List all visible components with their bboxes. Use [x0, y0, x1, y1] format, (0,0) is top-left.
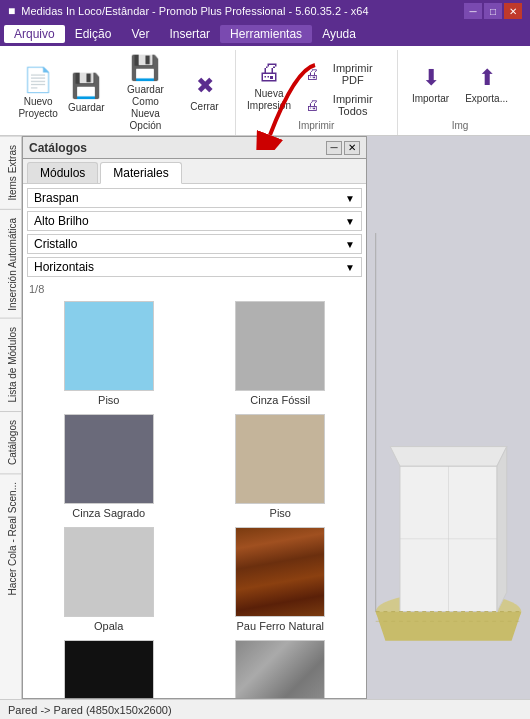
catalog-grid: Piso Cinza Fóssil Cinza Sagrado Piso Opa…: [23, 297, 366, 698]
catalog-title: Catálogos: [29, 141, 326, 155]
title-text: Medidas In Loco/Estândar - Promob Plus P…: [21, 5, 368, 17]
maximize-button[interactable]: □: [484, 3, 502, 19]
minimize-button[interactable]: ─: [464, 3, 482, 19]
dropdown-braspan[interactable]: Braspan ▼: [27, 188, 362, 208]
ribbon-group-imprimir: 🖨 NuevaImpresión 🖨 Imprimir PDF 🖨 Imprim…: [236, 50, 398, 135]
catalog-grid-header: 1/8: [23, 281, 366, 297]
ribbon-group-img: ⬇ Importar ⬆ Exporta... Img: [398, 50, 522, 135]
material-thumb-cinza-fossil: [235, 301, 325, 391]
svg-marker-2: [376, 612, 522, 641]
menu-edicion[interactable]: Edição: [65, 25, 122, 43]
nueva-impresion-button[interactable]: 🖨 NuevaImpresión: [244, 54, 295, 116]
material-thumb-opala: [64, 527, 154, 617]
pagination: 1/8: [29, 283, 44, 295]
material-label-cinza-sagrado: Cinza Sagrado: [72, 507, 145, 519]
tab-modulos[interactable]: Módulos: [27, 162, 98, 183]
catalog-panel: Catálogos ─ ✕ Módulos Materiales Braspan…: [22, 136, 367, 699]
close-button[interactable]: ✕: [504, 3, 522, 19]
sidebar-tab-hacer-cola[interactable]: Hacer Cola - Real Scen...: [0, 473, 21, 603]
svg-marker-4: [390, 447, 506, 466]
status-text: Pared -> Pared (4850x150x2600): [8, 704, 172, 716]
menu-ver[interactable]: Ver: [121, 25, 159, 43]
catalog-header-controls: ─ ✕: [326, 141, 360, 155]
guardar-button[interactable]: 💾 Guardar: [64, 68, 108, 118]
dropdown-cristallo[interactable]: Cristallo ▼: [27, 234, 362, 254]
menu-herramientas[interactable]: Herramientas: [220, 25, 312, 43]
dropdown-alto-brilho-arrow: ▼: [345, 216, 355, 227]
menu-arquivo[interactable]: Arquivo: [4, 25, 65, 43]
ribbon-imprimir-buttons: 🖨 NuevaImpresión 🖨 Imprimir PDF 🖨 Imprim…: [244, 50, 389, 120]
catalog-dropdowns: Braspan ▼ Alto Brilho ▼ Cristallo ▼ Hori…: [23, 184, 366, 281]
status-bar: Pared -> Pared (4850x150x2600): [0, 699, 530, 719]
material-piso-1[interactable]: Piso: [27, 301, 191, 406]
ribbon-group-proyecto: 📄 NuevoProyecto 💾 Guardar 💾 Guardar Como…: [8, 50, 236, 135]
scene-svg: [367, 136, 530, 699]
menu-insertar[interactable]: Insertar: [159, 25, 220, 43]
sidebar-tab-items-extras[interactable]: Items Extras: [0, 136, 21, 209]
imprimir-todos-button[interactable]: 🖨 Imprimir Todos: [299, 91, 389, 119]
material-thumb-van-gogh: [64, 640, 154, 698]
material-thumb-piso-2: [235, 414, 325, 504]
save-icon: 💾: [71, 72, 101, 100]
menu-ayuda[interactable]: Ayuda: [312, 25, 366, 43]
view-3d: [367, 136, 530, 699]
save-as-icon: 💾: [130, 54, 160, 82]
guardar-como-button[interactable]: 💾 Guardar ComoNueva Opción: [112, 50, 178, 136]
material-label-pau-ferro: Pau Ferro Natural: [237, 620, 324, 632]
imprimir-label: Imprimir: [298, 120, 334, 135]
material-thumb-cinza-sagrado: [64, 414, 154, 504]
exportar-button[interactable]: ⬆ Exporta...: [459, 61, 514, 109]
dropdown-horizontais[interactable]: Horizontais ▼: [27, 257, 362, 277]
material-van-gogh[interactable]: Van Gogh - Laterraza del Café en...: [27, 640, 191, 698]
menu-bar: Arquivo Edição Ver Insertar Herramientas…: [0, 22, 530, 46]
material-titanio[interactable]: Titânio: [199, 640, 363, 698]
dropdown-alto-brilho[interactable]: Alto Brilho ▼: [27, 211, 362, 231]
cerrar-button[interactable]: ✖ Cerrar: [183, 69, 227, 117]
new-project-icon: 📄: [23, 66, 53, 94]
print-main-icon: 🖨: [257, 58, 281, 86]
material-opala[interactable]: Opala: [27, 527, 191, 632]
catalog-header: Catálogos ─ ✕: [23, 137, 366, 159]
catalog-minimize-button[interactable]: ─: [326, 141, 342, 155]
sidebar-tab-lista-modulos[interactable]: Lista de Módulos: [0, 318, 21, 411]
tab-materiales[interactable]: Materiales: [100, 162, 181, 184]
dropdown-cristallo-arrow: ▼: [345, 239, 355, 250]
material-piso-2[interactable]: Piso: [199, 414, 363, 519]
title-bar-controls: ─ □ ✕: [464, 3, 522, 19]
material-thumb-pau-ferro: [235, 527, 325, 617]
material-cinza-fossil[interactable]: Cinza Fóssil: [199, 301, 363, 406]
ribbon-img-buttons: ⬇ Importar ⬆ Exporta...: [406, 50, 514, 120]
ribbon: 📄 NuevoProyecto 💾 Guardar 💾 Guardar Como…: [0, 46, 530, 136]
material-label-piso-2: Piso: [270, 507, 291, 519]
dropdown-braspan-arrow: ▼: [345, 193, 355, 204]
dropdown-horizontais-arrow: ▼: [345, 262, 355, 273]
imprimir-pdf-button[interactable]: 🖨 Imprimir PDF: [299, 60, 389, 88]
catalog-close-button[interactable]: ✕: [344, 141, 360, 155]
material-label-piso-1: Piso: [98, 394, 119, 406]
print-small-group: 🖨 Imprimir PDF 🖨 Imprimir Todos: [299, 54, 389, 119]
ribbon-proyecto-buttons: 📄 NuevoProyecto 💾 Guardar 💾 Guardar Como…: [16, 50, 227, 136]
material-thumb-piso-1: [64, 301, 154, 391]
import-icon: ⬇: [422, 65, 440, 91]
sidebar-tab-insercion[interactable]: Inserción Automática: [0, 209, 21, 319]
importar-button[interactable]: ⬇ Importar: [406, 61, 455, 109]
left-sidebar: Items Extras Inserción Automática Lista …: [0, 136, 22, 699]
print-all-icon: 🖨: [305, 97, 319, 113]
material-thumb-titanio: [235, 640, 325, 698]
catalog-tabs: Módulos Materiales: [23, 159, 366, 184]
svg-marker-5: [497, 447, 507, 612]
sidebar-tab-catalogos[interactable]: Catálogos: [0, 411, 21, 473]
main-area: Catálogos ─ ✕ Módulos Materiales Braspan…: [22, 136, 530, 699]
material-label-cinza-fossil: Cinza Fóssil: [250, 394, 310, 406]
app-icon: ■: [8, 4, 15, 18]
close-project-icon: ✖: [196, 73, 214, 99]
nuevo-proyecto-button[interactable]: 📄 NuevoProyecto: [16, 62, 60, 124]
material-cinza-sagrado[interactable]: Cinza Sagrado: [27, 414, 191, 519]
material-label-opala: Opala: [94, 620, 123, 632]
material-pau-ferro[interactable]: Pau Ferro Natural: [199, 527, 363, 632]
img-label: Img: [452, 120, 469, 135]
title-bar: ■ Medidas In Loco/Estândar - Promob Plus…: [0, 0, 530, 22]
pdf-icon: 🖨: [305, 66, 319, 82]
export-icon: ⬆: [478, 65, 496, 91]
